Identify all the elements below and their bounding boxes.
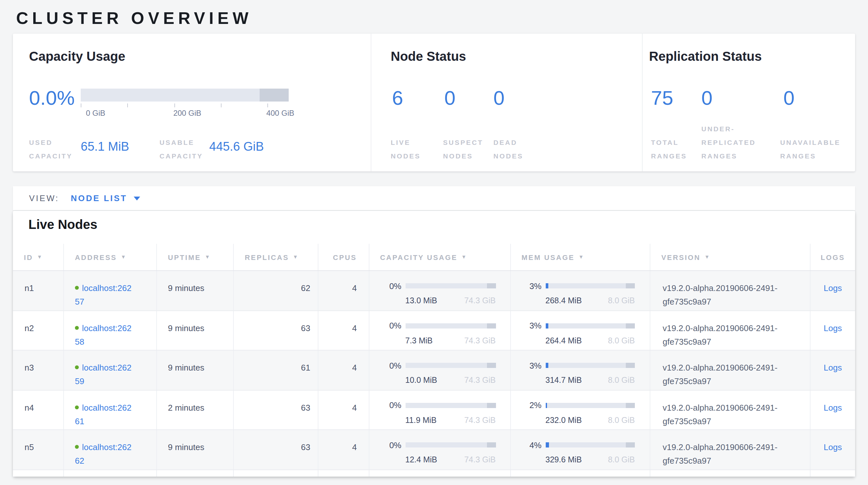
live-nodes-count: 6 — [392, 87, 403, 110]
table-row: n1 localhost:26257 9 minutes 62 4 0% 13.… — [13, 271, 855, 311]
node-uptime: 9 minutes — [157, 311, 234, 350]
view-selector-bar: VIEW: NODE LIST — [13, 186, 855, 210]
node-address: localhost:26261 — [75, 401, 134, 428]
capacity-usage-cell: 0% 13.0 MiB74.3 GiB — [369, 271, 510, 310]
column-header-mem-usage[interactable]: MEM USAGE▼ — [510, 244, 650, 270]
chevron-down-icon — [134, 196, 140, 200]
node-cpus: 4 — [318, 390, 369, 429]
capacity-usage-cell: 0% 11.9 MiB74.3 GiB — [369, 390, 510, 429]
logs-link[interactable]: Logs — [824, 323, 842, 333]
dead-nodes-label: DEADNODES — [493, 136, 523, 163]
axis-tick-label: 0 GiB — [86, 109, 105, 118]
under-replicated-label: UNDER-REPLICATEDRANGES — [702, 122, 756, 163]
column-header-version[interactable]: VERSION▼ — [650, 244, 810, 270]
sort-caret-icon: ▼ — [579, 254, 585, 260]
node-uptime: 9 minutes — [157, 350, 234, 390]
mem-usage-cell: 3% 264.4 MiB8.0 GiB — [510, 311, 650, 350]
node-version: v19.2.0-alpha.20190606-2491-gfe735c9a97 — [650, 350, 810, 390]
column-header-replicas[interactable]: REPLICAS▼ — [234, 244, 318, 270]
node-version: v19.2.0-alpha.20190606-2491-gfe735c9a97 — [650, 271, 810, 310]
capacity-usage-cell: 0% 12.4 MiB74.3 GiB — [369, 430, 510, 469]
view-dropdown-value: NODE LIST — [71, 193, 127, 203]
node-id: n5 — [13, 430, 64, 469]
mem-usage-bar — [546, 403, 635, 408]
mem-usage-bar — [546, 283, 635, 288]
view-label: VIEW: — [29, 193, 59, 203]
capacity-usage-bar — [405, 403, 496, 408]
view-dropdown[interactable]: NODE LIST — [71, 193, 140, 203]
node-id: n2 — [13, 311, 64, 350]
sort-caret-icon: ▼ — [293, 254, 299, 260]
node-cpus: 4 — [318, 271, 369, 310]
table-header-row: ID▼ ADDRESS▼ UPTIME▼ REPLICAS▼ CPUS CAPA… — [13, 244, 855, 271]
usable-capacity-value: 445.6 GiB — [209, 139, 264, 154]
total-ranges-label: TOTALRANGES — [651, 136, 687, 163]
suspect-nodes-count: 0 — [444, 87, 456, 110]
table-row: n3 localhost:26259 9 minutes 61 4 0% 10.… — [13, 350, 855, 390]
node-version: v19.2.0-alpha.20190606-2491-gfe735c9a97 — [650, 311, 810, 350]
live-status-dot-icon — [75, 325, 79, 330]
dead-nodes-count: 0 — [493, 87, 505, 110]
capacity-usage-bar — [405, 323, 496, 328]
total-ranges-count: 75 — [651, 87, 673, 110]
sort-caret-icon: ▼ — [37, 254, 43, 260]
capacity-usage-cell: 0% 7.3 MiB74.3 GiB — [369, 311, 510, 350]
logs-link[interactable]: Logs — [824, 283, 842, 293]
logs-link[interactable]: Logs — [824, 403, 842, 412]
capacity-used-percent: 0.0% — [29, 87, 74, 110]
node-id: n3 — [13, 350, 64, 390]
usable-capacity-label: USABLECAPACITY — [159, 136, 203, 163]
unavailable-ranges-label: UNAVAILABLERANGES — [780, 136, 841, 163]
capacity-usage-bar — [405, 363, 496, 368]
column-header-address[interactable]: ADDRESS▼ — [64, 244, 157, 270]
live-nodes-card: Live Nodes ID▼ ADDRESS▼ UPTIME▼ REPLICAS… — [13, 211, 855, 477]
capacity-usage-heading: Capacity Usage — [29, 49, 125, 64]
column-header-cpus: CPUS — [318, 244, 369, 270]
mem-usage-cell: 3% 314.7 MiB8.0 GiB — [510, 350, 650, 390]
node-uptime: 2 minutes — [157, 390, 234, 429]
live-nodes-heading: Live Nodes — [28, 217, 97, 232]
column-header-uptime[interactable]: UPTIME▼ — [157, 244, 234, 270]
live-nodes-label: LIVENODES — [391, 136, 421, 163]
node-address: localhost:26257 — [75, 281, 134, 309]
column-header-logs: LOGS — [810, 244, 855, 270]
capacity-axis-ticks — [81, 104, 289, 107]
section-divider — [642, 34, 643, 171]
node-uptime: 9 minutes — [157, 430, 234, 469]
table-row: n5 localhost:26262 9 minutes 63 4 0% 12.… — [13, 430, 855, 470]
sort-caret-icon: ▼ — [205, 254, 211, 260]
sort-caret-icon: ▼ — [461, 254, 468, 260]
node-cpus: 4 — [318, 430, 369, 469]
live-status-dot-icon — [75, 365, 79, 369]
logs-link[interactable]: Logs — [824, 363, 842, 372]
sort-caret-icon: ▼ — [704, 254, 710, 260]
axis-tick-label: 400 GiB — [267, 109, 294, 118]
node-replicas: 61 — [234, 350, 318, 390]
table-body: n1 localhost:26257 9 minutes 62 4 0% 13.… — [13, 271, 855, 477]
node-uptime: 9 minutes — [157, 271, 234, 310]
logs-link[interactable]: Logs — [824, 442, 842, 452]
node-cpus: 4 — [318, 350, 369, 390]
cluster-summary-card: Capacity Usage 0.0% 0 GiB 200 GiB 400 Gi… — [13, 34, 855, 171]
node-replicas: 63 — [234, 311, 318, 350]
section-divider — [371, 34, 371, 171]
node-address-link[interactable]: localhost:26259 — [75, 363, 131, 386]
node-replicas: 63 — [234, 390, 318, 429]
node-version: v19.2.0-alpha.20190606-2491-gfe735c9a97 — [650, 430, 810, 469]
capacity-bar-reserved-segment — [259, 89, 289, 102]
mem-usage-bar — [546, 363, 635, 368]
column-header-capacity-usage[interactable]: CAPACITY USAGE▼ — [369, 244, 510, 270]
live-status-dot-icon — [75, 405, 79, 409]
table-row: n4 localhost:26261 2 minutes 63 4 0% 11.… — [13, 390, 855, 430]
node-address-link[interactable]: localhost:26257 — [75, 283, 131, 307]
mem-usage-cell: 4% 329.6 MiB8.0 GiB — [510, 430, 650, 469]
node-address-link[interactable]: localhost:26258 — [75, 323, 131, 346]
column-header-id[interactable]: ID▼ — [13, 244, 64, 270]
cluster-overview-page: CLUSTER OVERVIEW Capacity Usage 0.0% 0 G… — [0, 0, 868, 485]
capacity-usage-cell: 0% 10.0 MiB74.3 GiB — [369, 350, 510, 390]
node-version: v19.2.0-alpha.20190606-2491-gfe735c9a97 — [650, 390, 810, 429]
mem-usage-bar — [546, 442, 635, 448]
node-address-link[interactable]: localhost:26262 — [75, 442, 131, 465]
node-replicas: 62 — [234, 271, 318, 310]
node-address-link[interactable]: localhost:26261 — [75, 403, 131, 426]
